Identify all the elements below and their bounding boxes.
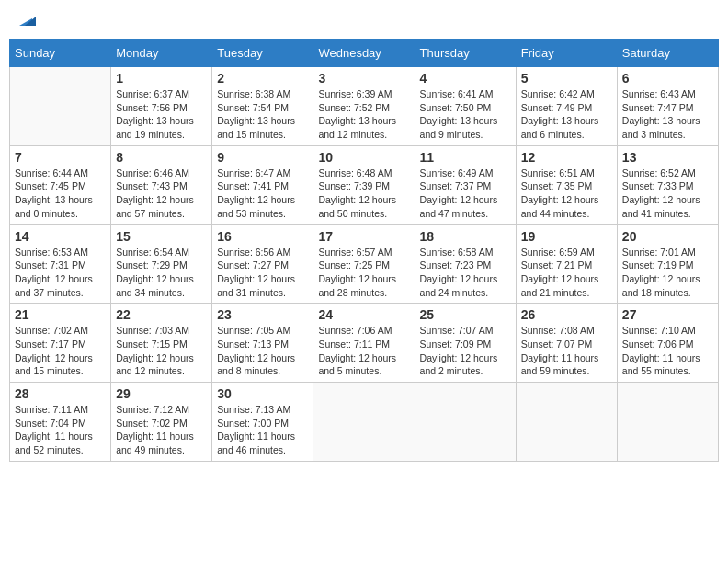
calendar-cell: 22Sunrise: 7:03 AMSunset: 7:15 PMDayligh… — [111, 304, 212, 383]
calendar-cell: 19Sunrise: 6:59 AMSunset: 7:21 PMDayligh… — [516, 224, 617, 304]
cell-info: Sunrise: 6:42 AMSunset: 7:49 PMDaylight:… — [521, 87, 612, 142]
calendar-cell: 24Sunrise: 7:06 AMSunset: 7:11 PMDayligh… — [313, 304, 415, 383]
calendar-cell: 9Sunrise: 6:47 AMSunset: 7:41 PMDaylight… — [212, 145, 313, 224]
calendar-cell — [617, 383, 718, 462]
weekday-header-sunday: Sunday — [10, 40, 111, 67]
calendar-cell: 12Sunrise: 6:51 AMSunset: 7:35 PMDayligh… — [516, 145, 617, 224]
calendar-cell: 6Sunrise: 6:43 AMSunset: 7:47 PMDaylight… — [617, 67, 718, 146]
day-number: 16 — [217, 229, 308, 244]
cell-info: Sunrise: 6:54 AMSunset: 7:29 PMDaylight:… — [116, 246, 207, 300]
cell-info: Sunrise: 6:53 AMSunset: 7:31 PMDaylight:… — [15, 246, 106, 300]
calendar-cell: 15Sunrise: 6:54 AMSunset: 7:29 PMDayligh… — [111, 224, 212, 304]
day-number: 12 — [521, 150, 612, 165]
cell-info: Sunrise: 6:58 AMSunset: 7:23 PMDaylight:… — [420, 246, 511, 300]
cell-info: Sunrise: 7:03 AMSunset: 7:15 PMDaylight:… — [116, 324, 207, 378]
day-number: 28 — [15, 386, 106, 401]
day-number: 7 — [15, 150, 106, 165]
day-number: 6 — [622, 71, 713, 86]
day-number: 3 — [318, 71, 409, 86]
calendar-cell — [313, 383, 415, 462]
day-number: 19 — [521, 229, 612, 244]
calendar-cell: 7Sunrise: 6:44 AMSunset: 7:45 PMDaylight… — [10, 145, 111, 224]
cell-info: Sunrise: 7:08 AMSunset: 7:07 PMDaylight:… — [521, 324, 612, 378]
cell-info: Sunrise: 6:44 AMSunset: 7:45 PMDaylight:… — [15, 167, 106, 221]
cell-info: Sunrise: 6:41 AMSunset: 7:50 PMDaylight:… — [420, 87, 511, 142]
day-number: 14 — [15, 229, 106, 244]
calendar-cell: 2Sunrise: 6:38 AMSunset: 7:54 PMDaylight… — [212, 67, 313, 146]
calendar-cell: 13Sunrise: 6:52 AMSunset: 7:33 PMDayligh… — [617, 145, 718, 224]
weekday-header-tuesday: Tuesday — [212, 40, 313, 67]
weekday-header-friday: Friday — [516, 40, 617, 67]
cell-info: Sunrise: 7:01 AMSunset: 7:19 PMDaylight:… — [622, 246, 713, 300]
day-number: 23 — [217, 307, 308, 322]
cell-info: Sunrise: 6:48 AMSunset: 7:39 PMDaylight:… — [318, 167, 409, 221]
day-number: 26 — [521, 307, 612, 322]
cell-info: Sunrise: 6:49 AMSunset: 7:37 PMDaylight:… — [420, 167, 511, 221]
cell-info: Sunrise: 6:38 AMSunset: 7:54 PMDaylight:… — [217, 87, 308, 142]
logo-icon — [16, 9, 36, 29]
day-number: 10 — [318, 150, 409, 165]
calendar-cell: 17Sunrise: 6:57 AMSunset: 7:25 PMDayligh… — [313, 224, 415, 304]
calendar-cell: 20Sunrise: 7:01 AMSunset: 7:19 PMDayligh… — [617, 224, 718, 304]
cell-info: Sunrise: 7:10 AMSunset: 7:06 PMDaylight:… — [622, 324, 713, 378]
cell-info: Sunrise: 7:06 AMSunset: 7:11 PMDaylight:… — [318, 324, 409, 378]
calendar-table: SundayMondayTuesdayWednesdayThursdayFrid… — [9, 39, 719, 462]
day-number: 9 — [217, 150, 308, 165]
cell-info: Sunrise: 6:43 AMSunset: 7:47 PMDaylight:… — [622, 87, 713, 142]
day-number: 29 — [116, 386, 207, 401]
cell-info: Sunrise: 7:02 AMSunset: 7:17 PMDaylight:… — [15, 324, 106, 378]
calendar-cell: 10Sunrise: 6:48 AMSunset: 7:39 PMDayligh… — [313, 145, 415, 224]
cell-info: Sunrise: 6:57 AMSunset: 7:25 PMDaylight:… — [318, 246, 409, 300]
day-number: 2 — [217, 71, 308, 86]
day-number: 22 — [116, 307, 207, 322]
day-number: 20 — [622, 229, 713, 244]
day-number: 25 — [420, 307, 511, 322]
day-number: 17 — [318, 229, 409, 244]
cell-info: Sunrise: 6:51 AMSunset: 7:35 PMDaylight:… — [521, 167, 612, 221]
calendar-cell: 8Sunrise: 6:46 AMSunset: 7:43 PMDaylight… — [111, 145, 212, 224]
day-number: 27 — [622, 307, 713, 322]
calendar-cell: 30Sunrise: 7:13 AMSunset: 7:00 PMDayligh… — [212, 383, 313, 462]
calendar-cell: 3Sunrise: 6:39 AMSunset: 7:52 PMDaylight… — [313, 67, 415, 146]
weekday-header-wednesday: Wednesday — [313, 40, 415, 67]
day-number: 13 — [622, 150, 713, 165]
day-number: 4 — [420, 71, 511, 86]
cell-info: Sunrise: 6:39 AMSunset: 7:52 PMDaylight:… — [318, 87, 409, 142]
header — [9, 9, 719, 29]
cell-info: Sunrise: 7:05 AMSunset: 7:13 PMDaylight:… — [217, 324, 308, 378]
day-number: 15 — [116, 229, 207, 244]
cell-info: Sunrise: 7:11 AMSunset: 7:04 PMDaylight:… — [15, 403, 106, 457]
cell-info: Sunrise: 6:46 AMSunset: 7:43 PMDaylight:… — [116, 167, 207, 221]
cell-info: Sunrise: 6:59 AMSunset: 7:21 PMDaylight:… — [521, 246, 612, 300]
cell-info: Sunrise: 7:07 AMSunset: 7:09 PMDaylight:… — [420, 324, 511, 378]
cell-info: Sunrise: 6:52 AMSunset: 7:33 PMDaylight:… — [622, 167, 713, 221]
calendar-cell: 18Sunrise: 6:58 AMSunset: 7:23 PMDayligh… — [415, 224, 516, 304]
weekday-header-thursday: Thursday — [415, 40, 516, 67]
calendar-cell: 11Sunrise: 6:49 AMSunset: 7:37 PMDayligh… — [415, 145, 516, 224]
logo — [14, 9, 36, 29]
cell-info: Sunrise: 6:37 AMSunset: 7:56 PMDaylight:… — [116, 87, 207, 142]
calendar-cell: 28Sunrise: 7:11 AMSunset: 7:04 PMDayligh… — [10, 383, 111, 462]
calendar-cell: 1Sunrise: 6:37 AMSunset: 7:56 PMDaylight… — [111, 67, 212, 146]
day-number: 24 — [318, 307, 409, 322]
calendar-cell: 4Sunrise: 6:41 AMSunset: 7:50 PMDaylight… — [415, 67, 516, 146]
calendar-cell: 23Sunrise: 7:05 AMSunset: 7:13 PMDayligh… — [212, 304, 313, 383]
calendar-cell — [415, 383, 516, 462]
calendar-cell — [10, 67, 111, 146]
day-number: 8 — [116, 150, 207, 165]
day-number: 21 — [15, 307, 106, 322]
cell-info: Sunrise: 6:56 AMSunset: 7:27 PMDaylight:… — [217, 246, 308, 300]
weekday-header-monday: Monday — [111, 40, 212, 67]
cell-info: Sunrise: 7:13 AMSunset: 7:00 PMDaylight:… — [217, 403, 308, 457]
calendar-cell: 14Sunrise: 6:53 AMSunset: 7:31 PMDayligh… — [10, 224, 111, 304]
day-number: 30 — [217, 386, 308, 401]
day-number: 1 — [116, 71, 207, 86]
calendar-cell: 5Sunrise: 6:42 AMSunset: 7:49 PMDaylight… — [516, 67, 617, 146]
day-number: 18 — [420, 229, 511, 244]
calendar-cell — [516, 383, 617, 462]
calendar-cell: 27Sunrise: 7:10 AMSunset: 7:06 PMDayligh… — [617, 304, 718, 383]
cell-info: Sunrise: 6:47 AMSunset: 7:41 PMDaylight:… — [217, 167, 308, 221]
calendar-cell: 21Sunrise: 7:02 AMSunset: 7:17 PMDayligh… — [10, 304, 111, 383]
day-number: 11 — [420, 150, 511, 165]
calendar-cell: 25Sunrise: 7:07 AMSunset: 7:09 PMDayligh… — [415, 304, 516, 383]
